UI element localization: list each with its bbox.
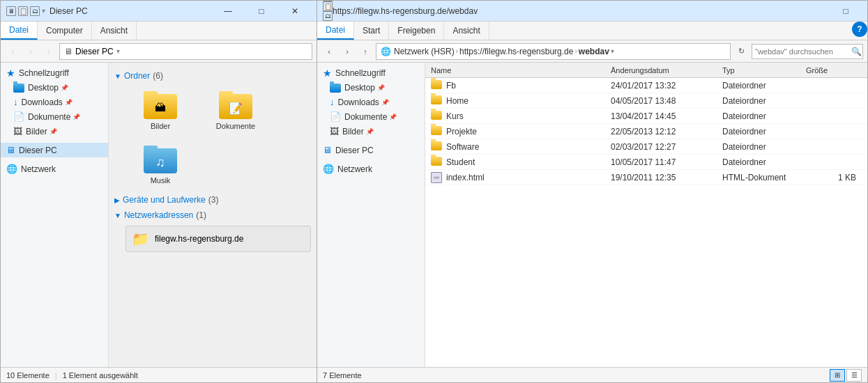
desktop-icon <box>13 84 24 93</box>
right-dokumente-pin: 📌 <box>389 114 397 120</box>
left-forward-btn[interactable]: › <box>23 44 38 59</box>
right-sidebar-desktop-label: Desktop <box>344 83 375 93</box>
right-refresh-btn[interactable]: ↻ <box>733 44 749 59</box>
left-window: 🖥 📋 🗂 ▾ Dieser PC — □ ✕ Datei Computer A… <box>0 0 317 383</box>
right-content-area: ★ Schnellzugriff Desktop 📌 ↓ Downloads 📌… <box>317 63 867 367</box>
bc-netzwerk[interactable]: Netzwerk (HSR) <box>394 47 455 56</box>
sidebar-item-downloads[interactable]: ↓ Downloads 📌 <box>1 95 108 109</box>
left-back-btn[interactable]: ‹ <box>5 44 20 59</box>
student-date: 10/05/2017 11:47 <box>611 157 722 167</box>
devices-count: (3) <box>208 195 219 205</box>
folders-section-header[interactable]: ▼ Ordner (6) <box>109 68 317 84</box>
file-row-kurs[interactable]: Kurs 13/04/2017 14:45 Dateiordner <box>425 109 867 124</box>
grid-view-btn[interactable]: ⊞ <box>830 369 845 382</box>
file-row-projekte[interactable]: Projekte 22/05/2013 12:12 Dateiordner <box>425 124 867 139</box>
right-tab-freigeben[interactable]: Freigeben <box>389 22 444 40</box>
netzwerk-icon: 🌐 <box>6 164 17 174</box>
right-sidebar-schnellzugriff[interactable]: ★ Schnellzugriff <box>317 65 425 81</box>
sidebar-dieserpc-label: Dieser PC <box>19 146 57 155</box>
right-sidebar-dokumente[interactable]: 📄 Dokumente 📌 <box>317 109 425 124</box>
left-sidebar: ★ Schnellzugriff Desktop 📌 ↓ Downloads 📌… <box>1 63 109 367</box>
col-type-header[interactable]: Typ <box>722 66 806 75</box>
file-row-fb[interactable]: Fb 24/01/2017 13:32 Dateiordner <box>425 78 867 93</box>
right-search-icon[interactable]: 🔍 <box>851 47 862 56</box>
software-date: 02/03/2017 12:27 <box>611 142 722 152</box>
bc-host[interactable]: https://filegw.hs-regensburg.de <box>459 47 573 56</box>
right-sidebar-desktop[interactable]: Desktop 📌 <box>317 81 425 95</box>
right-sidebar-dieserpc[interactable]: 🖥 Dieser PC <box>317 143 425 157</box>
folder-item-musik[interactable]: ♫ Musik <box>125 141 195 189</box>
right-up-btn[interactable]: ↑ <box>358 44 373 59</box>
list-view-btn[interactable]: ☰ <box>846 369 862 382</box>
network-count: (1) <box>196 210 206 220</box>
network-section-header[interactable]: ▼ Netzwerkadressen (1) <box>109 208 317 223</box>
help-button[interactable]: ? <box>852 22 867 37</box>
left-status-bar: 10 Elemente | 1 Element ausgewählt <box>1 367 317 382</box>
file-row-student[interactable]: Student 10/05/2017 11:47 Dateiordner <box>425 155 867 170</box>
folder-item-bilder[interactable]: 🏔 Bilder <box>125 86 195 135</box>
col-name-header[interactable]: Name <box>431 66 611 75</box>
right-back-btn[interactable]: ‹ <box>321 44 337 59</box>
left-nav-bar: ‹ › ↑ 🖥 Dieser PC ▾ <box>1 40 317 63</box>
network-section: 📁 filegw.hs-regensburg.de <box>109 226 317 252</box>
fb-name: Fb <box>446 81 611 91</box>
sidebar-item-dieserpc[interactable]: 🖥 Dieser PC <box>1 143 108 157</box>
file-row-software[interactable]: Software 02/03/2017 12:27 Dateiordner <box>425 139 867 155</box>
col-size-header[interactable]: Größe <box>806 66 862 75</box>
left-tab-datei[interactable]: Datei <box>1 22 38 40</box>
left-close-btn[interactable]: ✕ <box>279 1 311 21</box>
folder-grid: 🏔 Bilder 📝 <box>109 84 317 192</box>
dokumente-folder-icon: 📝 <box>219 91 252 119</box>
musik-folder-label: Musik <box>151 176 171 185</box>
right-forward-btn[interactable]: › <box>340 44 355 59</box>
network-chevron: ▼ <box>114 212 121 219</box>
left-tab-ansicht[interactable]: Ansicht <box>92 22 137 40</box>
sidebar-item-bilder[interactable]: 🖼 Bilder 📌 <box>1 124 108 139</box>
title-bar-icons: 🖥 📋 🗂 ▾ <box>6 6 45 16</box>
right-ribbon-tabs: Datei Start Freigeben Ansicht ? <box>317 22 867 40</box>
sidebar-item-netzwerk[interactable]: 🌐 Netzwerk <box>1 162 108 176</box>
student-type: Dateiordner <box>722 157 806 167</box>
kurs-name: Kurs <box>446 111 611 121</box>
left-breadcrumb-text: Dieser PC <box>75 47 114 56</box>
right-sidebar-downloads[interactable]: ↓ Downloads 📌 <box>317 95 425 109</box>
sidebar-item-schnellzugriff[interactable]: ★ Schnellzugriff <box>1 65 108 81</box>
sidebar-item-desktop[interactable]: Desktop 📌 <box>1 81 108 95</box>
network-folder-icon: 📁 <box>132 230 149 247</box>
left-tab-computer[interactable]: Computer <box>38 22 92 40</box>
right-window: 🖥 📋 🗂 ▾ https://filegw.hs-regensburg.de/… <box>317 0 868 383</box>
software-folder-icon <box>431 141 442 150</box>
left-maximize-btn[interactable]: □ <box>245 1 277 21</box>
right-desktop-icon <box>330 84 341 93</box>
col-date-header[interactable]: Änderungsdatum <box>611 66 722 75</box>
network-item-filegw[interactable]: 📁 filegw.hs-regensburg.de <box>125 226 311 252</box>
bilder-folder-icon: 🏔 <box>144 91 177 119</box>
right-maximize-btn[interactable]: □ <box>830 1 862 21</box>
left-ribbon-tabs: Datei Computer Ansicht <box>1 22 317 40</box>
right-status-right: ⊞ ☰ <box>830 369 862 382</box>
left-up-btn[interactable]: ↑ <box>41 44 56 59</box>
sidebar-item-dokumente[interactable]: 📄 Dokumente 📌 <box>1 109 108 124</box>
right-search-input[interactable] <box>755 47 851 56</box>
left-content-area: ★ Schnellzugriff Desktop 📌 ↓ Downloads 📌… <box>1 63 317 367</box>
left-status-right: 1 Element ausgewählt <box>63 371 138 380</box>
left-window-title: Dieser PC <box>50 6 212 16</box>
right-sidebar-netzwerk[interactable]: 🌐 Netzwerk <box>317 162 425 176</box>
left-title-icon2: 📋 <box>18 6 28 16</box>
right-tab-datei[interactable]: Datei <box>317 22 354 40</box>
devices-section-header[interactable]: ▶ Geräte und Laufwerke (3) <box>109 192 317 208</box>
left-minimize-btn[interactable]: — <box>212 1 244 21</box>
right-tab-start[interactable]: Start <box>354 22 389 40</box>
folder-item-dokumente[interactable]: 📝 Dokumente <box>201 86 271 135</box>
file-row-indexhtml[interactable]: </> index.html 19/10/2011 12:35 HTML-Dok… <box>425 170 867 185</box>
right-sidebar-schnellzugriff-label: Schnellzugriff <box>335 68 386 78</box>
student-folder-icon <box>431 157 442 166</box>
right-title-icon3: 🗂 <box>323 11 333 21</box>
right-sidebar-bilder[interactable]: 🖼 Bilder 📌 <box>317 124 425 139</box>
right-title-icon2: 📋 <box>323 1 333 11</box>
student-name: Student <box>446 157 611 167</box>
right-search-box: 🔍 <box>752 44 863 59</box>
file-row-home[interactable]: Home 04/05/2017 13:48 Dateiordner <box>425 93 867 109</box>
bc-dropdown-arrow[interactable]: ▾ <box>611 47 614 55</box>
right-tab-ansicht[interactable]: Ansicht <box>444 22 489 40</box>
